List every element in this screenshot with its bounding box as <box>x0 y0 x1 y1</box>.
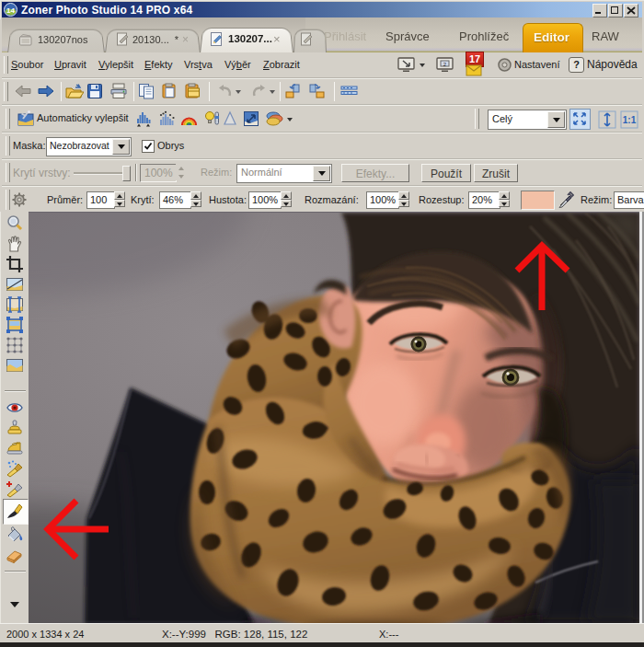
svg-text:1:1: 1:1 <box>623 115 637 125</box>
svg-text:14: 14 <box>6 6 15 15</box>
